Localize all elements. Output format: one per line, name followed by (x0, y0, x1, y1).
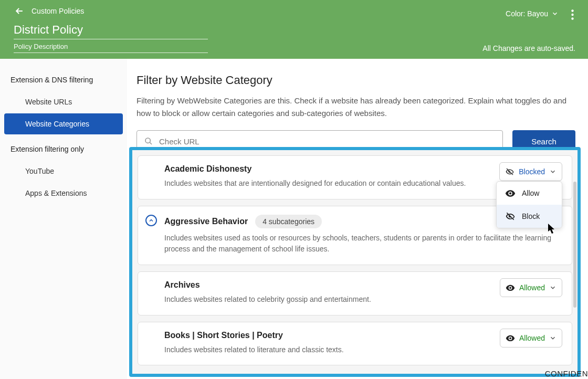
kebab-icon (571, 9, 574, 20)
eye-off-icon (505, 167, 514, 176)
menu-item-allow[interactable]: Allow (497, 182, 562, 205)
eye-icon (506, 283, 515, 292)
sidebar-section-ext: Extension filtering only (4, 140, 123, 161)
search-icon (144, 137, 153, 145)
category-title: Aggressive Behavior (164, 217, 248, 226)
sidebar-item-youtube[interactable]: YouTube (4, 161, 123, 182)
policy-description-input[interactable] (14, 40, 208, 53)
status-dropdown-button[interactable]: Blocked (499, 162, 562, 181)
scrollbar[interactable] (573, 182, 576, 308)
sidebar-item-website-urls[interactable]: Website URLs (4, 91, 123, 112)
page-subtitle: Filtering by WebWebsite Categories are t… (136, 94, 575, 120)
eye-icon (505, 188, 516, 198)
chevron-down-icon (549, 168, 556, 175)
subcategory-badge: 4 subcategories (255, 215, 322, 228)
svg-point-1 (571, 14, 573, 16)
sidebar-item-website-categories[interactable]: Website Categories (4, 113, 123, 134)
svg-point-2 (571, 17, 573, 19)
watermark: CONFIDEN (545, 369, 588, 378)
status-dropdown-menu: Allow Block (496, 181, 562, 228)
more-menu-button[interactable] (567, 8, 578, 21)
policy-title-input[interactable] (14, 20, 208, 39)
autosave-status: All Changes are auto-saved. (482, 44, 575, 52)
sidebar-section-dns: Extension & DNS filtering (4, 70, 123, 91)
sidebar-item-apps-extensions[interactable]: Apps & Extensions (4, 183, 123, 204)
mouse-cursor-icon (548, 224, 556, 234)
status-label: Allowed (519, 283, 545, 292)
category-description: Includes websites used as tools or resou… (164, 233, 554, 255)
breadcrumb[interactable]: Custom Policies (32, 7, 84, 15)
color-label: Color: Bayou (506, 9, 548, 18)
category-card: Academic Dishonesty Includes websites th… (138, 155, 572, 199)
chevron-down-icon (551, 10, 559, 17)
category-description: Includes websites related to celebrity g… (164, 294, 554, 306)
status-label: Allowed (519, 334, 545, 342)
main-content: Filter by Website Category Filtering by … (127, 59, 588, 379)
category-card: Archives Includes websites related to ce… (138, 271, 572, 315)
check-url-input[interactable] (159, 137, 495, 146)
category-card: Books | Short Stories | Poetry Includes … (138, 322, 572, 366)
svg-point-0 (571, 9, 573, 12)
category-title: Archives (164, 280, 200, 290)
chevron-up-icon (148, 217, 154, 224)
header: Custom Policies Color: Bayou All Changes… (0, 0, 588, 59)
category-list-panel: Academic Dishonesty Includes websites th… (129, 147, 581, 377)
back-arrow-icon[interactable] (14, 5, 25, 17)
category-title: Academic Dishonesty (164, 164, 251, 174)
eye-icon (506, 333, 515, 343)
chevron-down-icon (549, 334, 556, 342)
chevron-down-icon (549, 284, 556, 291)
category-description: Includes websites that are intentionally… (164, 178, 554, 190)
sidebar: Extension & DNS filtering Website URLs W… (0, 59, 127, 379)
color-picker[interactable]: Color: Bayou (506, 9, 559, 18)
svg-point-3 (145, 138, 150, 143)
status-dropdown-button[interactable]: Allowed (500, 329, 562, 348)
category-title: Books | Short Stories | Poetry (164, 331, 283, 340)
status-label: Blocked (519, 167, 545, 176)
status-dropdown-button[interactable]: Allowed (500, 278, 562, 297)
collapse-toggle[interactable] (145, 215, 157, 226)
category-description: Includes websites related to literature … (164, 344, 554, 356)
page-heading: Filter by Website Category (136, 73, 575, 87)
eye-off-icon (505, 211, 516, 222)
